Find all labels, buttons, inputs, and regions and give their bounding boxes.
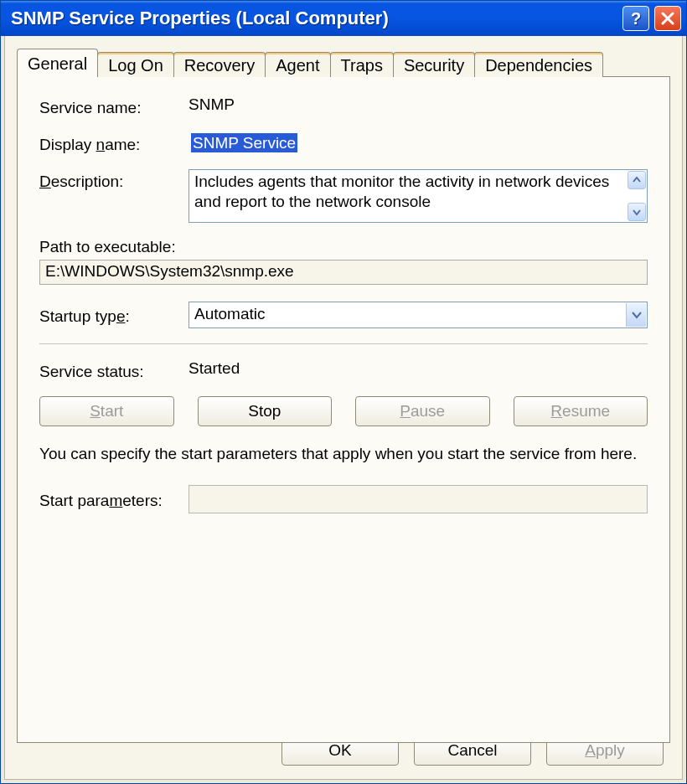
tab-recovery[interactable]: Recovery xyxy=(173,52,266,77)
label-startup-type: Startup type: xyxy=(39,304,189,326)
startup-type-combo[interactable]: Automatic xyxy=(189,302,648,328)
description-scrollbar[interactable] xyxy=(628,171,646,221)
resume-button: Resume xyxy=(514,396,648,426)
tab-traps[interactable]: Traps xyxy=(330,52,394,77)
separator xyxy=(39,343,648,344)
stop-button[interactable]: Stop xyxy=(198,396,333,426)
properties-dialog: SNMP Service Properties (Local Computer)… xyxy=(0,0,687,784)
description-textarea[interactable]: Includes agents that monitor the activit… xyxy=(189,169,648,223)
service-control-buttons: Start Stop Pause Resume xyxy=(39,396,648,426)
window-title: SNMP Service Properties (Local Computer) xyxy=(11,8,617,29)
value-service-name: SNMP xyxy=(189,95,648,114)
startup-type-dropdown-button[interactable] xyxy=(626,303,646,327)
tab-dependencies[interactable]: Dependencies xyxy=(474,52,603,77)
title-bar[interactable]: SNMP Service Properties (Local Computer)… xyxy=(1,1,686,36)
tab-strip: General Log On Recovery Agent Traps Secu… xyxy=(17,48,670,76)
path-field: E:\WINDOWS\System32\snmp.exe xyxy=(39,260,648,285)
start-button: Start xyxy=(39,396,174,426)
help-button[interactable]: ? xyxy=(622,6,649,31)
display-name-selected-text: SNMP Service xyxy=(191,133,297,152)
tab-page-general: Service name: SNMP Display name: SNMP Se… xyxy=(17,76,670,743)
start-parameters-field xyxy=(189,485,648,513)
start-parameters-hint: You can specify the start parameters tha… xyxy=(39,443,648,465)
scroll-up-button[interactable] xyxy=(628,171,646,189)
close-icon xyxy=(661,12,674,25)
label-path: Path to executable: xyxy=(39,238,648,256)
label-service-status: Service status: xyxy=(39,359,189,381)
description-text: Includes agents that monitor the activit… xyxy=(194,173,609,210)
tab-security[interactable]: Security xyxy=(393,52,475,77)
value-service-status: Started xyxy=(189,359,648,378)
label-display-name: Display name: xyxy=(39,132,189,154)
display-name-field[interactable]: SNMP Service xyxy=(189,132,300,154)
tab-agent[interactable]: Agent xyxy=(265,52,330,77)
chevron-up-icon xyxy=(633,176,641,184)
scroll-down-button[interactable] xyxy=(628,203,646,221)
tab-log-on[interactable]: Log On xyxy=(97,52,174,77)
pause-button: Pause xyxy=(355,396,490,426)
label-service-name: Service name: xyxy=(39,95,189,117)
chevron-down-icon xyxy=(632,310,642,320)
help-icon: ? xyxy=(631,9,641,28)
client-area: General Log On Recovery Agent Traps Secu… xyxy=(4,36,683,780)
startup-type-value: Automatic xyxy=(194,305,265,322)
chevron-down-icon xyxy=(633,208,641,216)
tab-general[interactable]: General xyxy=(17,49,98,77)
label-start-parameters: Start parameters: xyxy=(39,488,189,510)
label-description: Description: xyxy=(39,169,189,191)
close-button[interactable] xyxy=(654,6,681,31)
